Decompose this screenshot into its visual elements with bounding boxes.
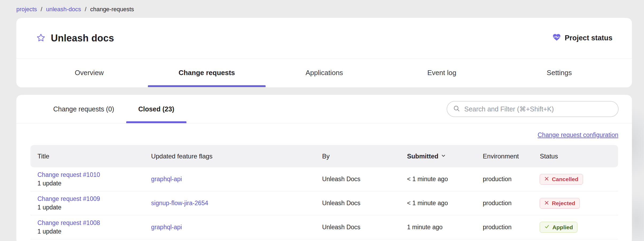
tab-label: Applications bbox=[305, 69, 343, 77]
update-count: 1 update bbox=[37, 180, 144, 187]
column-header-title[interactable]: Title bbox=[30, 153, 144, 160]
column-header-updated-feature-flags[interactable]: Updated feature flags bbox=[144, 153, 315, 160]
subtab-label: Change requests (0) bbox=[53, 105, 114, 113]
status-badge: Applied bbox=[540, 222, 577, 233]
environment: production bbox=[476, 200, 533, 207]
star-icon bbox=[36, 33, 45, 43]
subtabs-row: Change requests (0) Closed (23) bbox=[16, 95, 632, 123]
search-icon bbox=[453, 105, 460, 113]
favorite-star-button[interactable] bbox=[36, 33, 46, 44]
tab-label: Settings bbox=[547, 69, 572, 77]
breadcrumb-link-unleash-docs[interactable]: unleash-docs bbox=[46, 6, 81, 13]
table-row: Change request #1009 1 update signup-flo… bbox=[30, 191, 618, 215]
submitted-time: 1 minute ago bbox=[400, 224, 476, 231]
update-count: 1 update bbox=[37, 228, 144, 235]
breadcrumb-separator: / bbox=[41, 6, 42, 13]
config-row: Change request configuration bbox=[16, 123, 632, 139]
page: projects / unleash-docs / change-request… bbox=[0, 0, 644, 241]
status-badge: Rejected bbox=[540, 198, 580, 209]
cross-icon bbox=[544, 176, 549, 182]
status-label: Applied bbox=[552, 224, 573, 231]
table-row: Change request #1008 1 update graphql-ap… bbox=[30, 215, 618, 239]
feature-flag-link[interactable]: graphql-api bbox=[151, 176, 182, 182]
breadcrumb-current: change-requests bbox=[90, 6, 134, 13]
submitted-time: < 1 minute ago bbox=[400, 200, 476, 207]
tab-event-log[interactable]: Event log bbox=[383, 59, 500, 87]
subtab-closed[interactable]: Closed (23) bbox=[126, 95, 186, 123]
tab-overview[interactable]: Overview bbox=[30, 59, 148, 87]
search-box[interactable] bbox=[447, 101, 619, 117]
status-badge: Cancelled bbox=[540, 174, 583, 185]
subtab-open-change-requests[interactable]: Change requests (0) bbox=[41, 95, 126, 123]
column-header-by[interactable]: By bbox=[315, 153, 400, 160]
search-input[interactable] bbox=[464, 105, 612, 113]
update-count: 1 update bbox=[37, 204, 144, 211]
column-header-environment[interactable]: Environment bbox=[476, 153, 533, 160]
feature-flag-link[interactable]: signup-flow-jira-2654 bbox=[151, 200, 208, 207]
tab-label: Event log bbox=[427, 69, 456, 77]
column-header-status[interactable]: Status bbox=[533, 153, 618, 160]
status-label: Rejected bbox=[552, 200, 575, 207]
submitted-by: Unleash Docs bbox=[315, 200, 400, 207]
check-icon bbox=[544, 224, 550, 231]
submitted-by: Unleash Docs bbox=[315, 176, 400, 183]
change-request-link[interactable]: Change request #1010 bbox=[37, 171, 144, 178]
project-title-row: Unleash docs Project status bbox=[16, 18, 632, 59]
submitted-by: Unleash Docs bbox=[315, 224, 400, 231]
status-label: Cancelled bbox=[552, 176, 578, 182]
breadcrumb: projects / unleash-docs / change-request… bbox=[0, 0, 644, 13]
tab-applications[interactable]: Applications bbox=[266, 59, 383, 87]
change-request-subtabs: Change requests (0) Closed (23) bbox=[41, 95, 186, 123]
page-title: Unleash docs bbox=[51, 33, 114, 44]
column-header-submitted[interactable]: Submitted bbox=[400, 153, 476, 160]
table-row: Change request #1010 1 update graphql-ap… bbox=[30, 167, 618, 191]
change-request-link[interactable]: Change request #1008 bbox=[37, 219, 144, 227]
column-header-label: Submitted bbox=[407, 153, 438, 160]
tab-change-requests[interactable]: Change requests bbox=[148, 59, 265, 87]
environment: production bbox=[476, 176, 533, 183]
environment: production bbox=[476, 224, 533, 231]
chevron-down-icon bbox=[441, 153, 446, 160]
heart-pulse-icon bbox=[552, 33, 561, 44]
feature-flag-link[interactable]: graphql-api bbox=[151, 224, 182, 231]
main-tabs: Overview Change requests Applications Ev… bbox=[30, 59, 618, 87]
tab-label: Overview bbox=[75, 69, 104, 77]
table-header: Title Updated feature flags By Submitted… bbox=[30, 145, 618, 167]
change-requests-card: Change requests (0) Closed (23) Change r… bbox=[16, 95, 632, 241]
breadcrumb-link-projects[interactable]: projects bbox=[16, 6, 37, 13]
cross-icon bbox=[544, 200, 549, 207]
project-status-label: Project status bbox=[565, 34, 612, 42]
change-request-configuration-link[interactable]: Change request configuration bbox=[538, 131, 618, 139]
breadcrumb-separator: / bbox=[85, 6, 86, 13]
tab-settings[interactable]: Settings bbox=[501, 59, 618, 87]
tab-label: Change requests bbox=[179, 69, 235, 77]
submitted-time: < 1 minute ago bbox=[400, 176, 476, 183]
project-header-card: Unleash docs Project status Overview Cha… bbox=[16, 18, 632, 87]
change-request-link[interactable]: Change request #1009 bbox=[37, 195, 144, 203]
subtab-label: Closed (23) bbox=[138, 105, 174, 113]
project-status-button[interactable]: Project status bbox=[552, 33, 612, 44]
change-requests-table: Title Updated feature flags By Submitted… bbox=[30, 145, 618, 239]
